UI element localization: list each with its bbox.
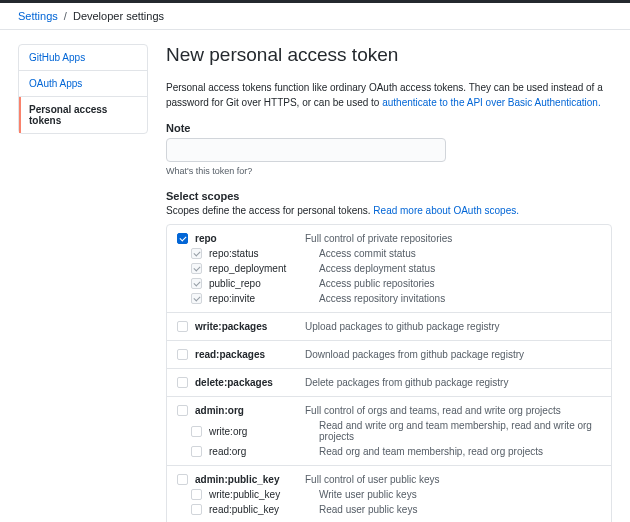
scope-checkbox[interactable] bbox=[177, 377, 188, 388]
main-content: New personal access token Personal acces… bbox=[166, 44, 612, 522]
scope-name: read:public_key bbox=[209, 504, 319, 515]
scope-checkbox[interactable] bbox=[177, 405, 188, 416]
scope-name: write:public_key bbox=[209, 489, 319, 500]
note-hint: What's this token for? bbox=[166, 166, 612, 176]
scope-name: repo:invite bbox=[209, 293, 319, 304]
sidebar-item-personal-access-tokens[interactable]: Personal access tokens bbox=[19, 97, 147, 133]
scope-desc: Write user public keys bbox=[319, 489, 417, 500]
scope-checkbox[interactable] bbox=[177, 233, 188, 244]
breadcrumb-settings-link[interactable]: Settings bbox=[18, 10, 58, 22]
scope-desc: Upload packages to github package regist… bbox=[305, 321, 500, 332]
page-title: New personal access token bbox=[166, 44, 612, 66]
scope-row-admin-public-key: admin:public_keyFull control of user pub… bbox=[177, 472, 601, 487]
scope-desc: Full control of private repositories bbox=[305, 233, 452, 244]
scope-row-repo-status: repo:statusAccess commit status bbox=[177, 246, 601, 261]
scope-desc: Access repository invitations bbox=[319, 293, 445, 304]
scope-desc: Access commit status bbox=[319, 248, 416, 259]
scope-desc: Access public repositories bbox=[319, 278, 435, 289]
scope-row-read-public-key: read:public_keyRead user public keys bbox=[177, 502, 601, 517]
scope-desc: Read and write org and team membership, … bbox=[319, 420, 601, 442]
scope-desc: Download packages from github package re… bbox=[305, 349, 524, 360]
scope-row-admin-org: admin:orgFull control of orgs and teams,… bbox=[177, 403, 601, 418]
scope-name: admin:org bbox=[195, 405, 305, 416]
scope-checkbox[interactable] bbox=[191, 489, 202, 500]
scope-group: delete:packagesDelete packages from gith… bbox=[167, 369, 611, 397]
scope-row-public-repo: public_repoAccess public repositories bbox=[177, 276, 601, 291]
scope-name: admin:public_key bbox=[195, 474, 305, 485]
scope-row-repo: repoFull control of private repositories bbox=[177, 231, 601, 246]
scopes-title: Select scopes bbox=[166, 190, 612, 202]
scopes-box: repoFull control of private repositories… bbox=[166, 224, 612, 522]
scope-group: repoFull control of private repositories… bbox=[167, 225, 611, 313]
scope-name: repo bbox=[195, 233, 305, 244]
scope-checkbox[interactable] bbox=[191, 278, 202, 289]
sidebar-item-oauth-apps[interactable]: OAuth Apps bbox=[19, 71, 147, 97]
scope-row-write-org: write:orgRead and write org and team mem… bbox=[177, 418, 601, 444]
scope-name: read:packages bbox=[195, 349, 305, 360]
scope-group: read:packagesDownload packages from gith… bbox=[167, 341, 611, 369]
sidebar-item-github-apps[interactable]: GitHub Apps bbox=[19, 45, 147, 71]
scope-name: write:org bbox=[209, 426, 319, 437]
scope-group: write:packagesUpload packages to github … bbox=[167, 313, 611, 341]
scope-group: admin:orgFull control of orgs and teams,… bbox=[167, 397, 611, 466]
intro-auth-link[interactable]: authenticate to the API over Basic Authe… bbox=[382, 97, 600, 108]
scope-checkbox[interactable] bbox=[191, 446, 202, 457]
scope-name: write:packages bbox=[195, 321, 305, 332]
scope-row-read-packages: read:packagesDownload packages from gith… bbox=[177, 347, 601, 362]
scope-checkbox[interactable] bbox=[177, 349, 188, 360]
scopes-learn-link[interactable]: Read more about OAuth scopes. bbox=[373, 205, 519, 216]
intro-text: Personal access tokens function like ord… bbox=[166, 80, 612, 110]
scope-row-repo-invite: repo:inviteAccess repository invitations bbox=[177, 291, 601, 306]
note-input[interactable] bbox=[166, 138, 446, 162]
scope-checkbox[interactable] bbox=[191, 293, 202, 304]
scope-name: repo:status bbox=[209, 248, 319, 259]
scope-row-delete-packages: delete:packagesDelete packages from gith… bbox=[177, 375, 601, 390]
scope-name: delete:packages bbox=[195, 377, 305, 388]
note-label: Note bbox=[166, 122, 612, 134]
breadcrumb-separator: / bbox=[64, 10, 67, 22]
scopes-desc: Scopes define the access for personal to… bbox=[166, 205, 612, 216]
scope-checkbox[interactable] bbox=[177, 321, 188, 332]
breadcrumb: Settings / Developer settings bbox=[0, 0, 630, 30]
scope-desc: Full control of user public keys bbox=[305, 474, 440, 485]
scope-checkbox[interactable] bbox=[191, 263, 202, 274]
scope-group: admin:public_keyFull control of user pub… bbox=[167, 466, 611, 522]
scope-checkbox[interactable] bbox=[191, 426, 202, 437]
breadcrumb-current: Developer settings bbox=[73, 10, 164, 22]
sidebar-nav: GitHub AppsOAuth AppsPersonal access tok… bbox=[18, 44, 148, 134]
scope-checkbox[interactable] bbox=[191, 248, 202, 259]
scope-desc: Delete packages from github package regi… bbox=[305, 377, 508, 388]
scope-desc: Read user public keys bbox=[319, 504, 417, 515]
scope-row-write-public-key: write:public_keyWrite user public keys bbox=[177, 487, 601, 502]
scope-name: repo_deployment bbox=[209, 263, 319, 274]
scope-row-write-packages: write:packagesUpload packages to github … bbox=[177, 319, 601, 334]
scope-row-read-org: read:orgRead org and team membership, re… bbox=[177, 444, 601, 459]
scope-name: read:org bbox=[209, 446, 319, 457]
scope-row-repo-deployment: repo_deploymentAccess deployment status bbox=[177, 261, 601, 276]
scope-desc: Access deployment status bbox=[319, 263, 435, 274]
scope-name: public_repo bbox=[209, 278, 319, 289]
scope-desc: Read org and team membership, read org p… bbox=[319, 446, 543, 457]
scope-desc: Full control of orgs and teams, read and… bbox=[305, 405, 561, 416]
scope-checkbox[interactable] bbox=[177, 474, 188, 485]
scope-checkbox[interactable] bbox=[191, 504, 202, 515]
